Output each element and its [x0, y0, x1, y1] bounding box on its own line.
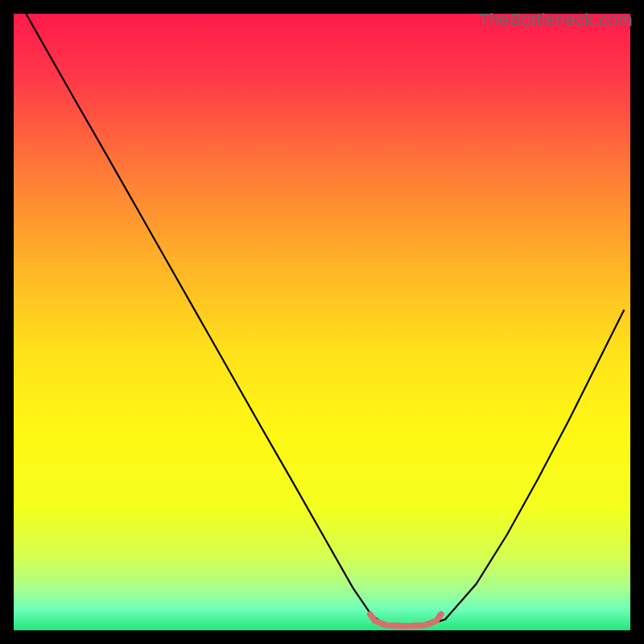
watermark-text: TheBottleneck.com: [478, 10, 633, 31]
chart-background: [14, 14, 630, 630]
chart-plot-area: [14, 14, 630, 630]
chart-svg: [14, 14, 630, 630]
chart-frame: TheBottleneck.com: [0, 0, 644, 644]
